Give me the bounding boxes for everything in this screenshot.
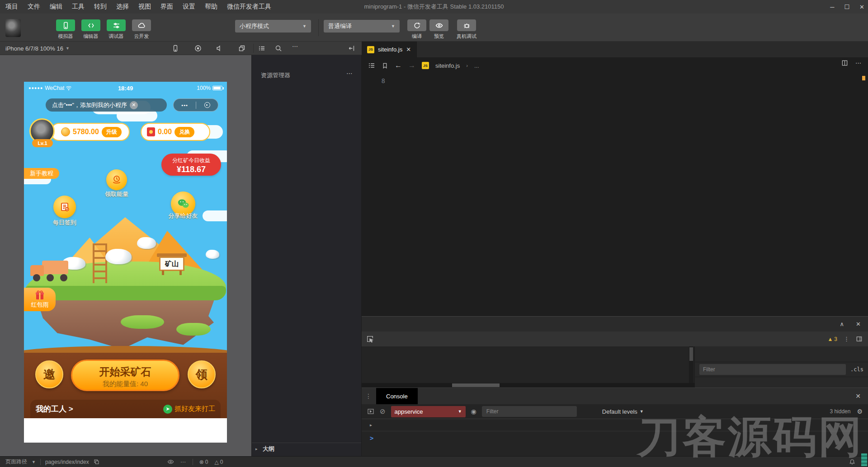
drag-grip-icon[interactable]: ⋮: [362, 392, 376, 400]
main-toolbar: 模拟器编辑器调试器云开发 小程序模式▼ 普通编译▼ 编译预览真机调试: [0, 14, 868, 42]
mode-button-编辑器[interactable]: 编辑器: [80, 19, 102, 40]
split-editor-icon[interactable]: [841, 60, 848, 66]
explorer-more-icon[interactable]: ⋯: [346, 70, 353, 77]
expand-arrow-icon[interactable]: ▶: [370, 423, 372, 427]
capsule-close-button[interactable]: [204, 102, 210, 108]
mode-button-模拟器[interactable]: 模拟器: [55, 19, 76, 40]
mode-select[interactable]: 小程序模式▼: [235, 20, 311, 33]
cash-pill[interactable]: 0.00 兑换: [141, 123, 210, 141]
status-bar: 页面路径 ▼ pages/index/index ⋯ ⊗0 △0: [0, 456, 868, 467]
more-icon[interactable]: ⋯: [292, 43, 298, 50]
gear-icon[interactable]: ⚙: [857, 408, 863, 415]
stop-record-icon[interactable]: [194, 45, 202, 52]
menu-item[interactable]: 编辑: [50, 3, 62, 11]
energy-button[interactable]: [106, 169, 127, 190]
tip-close-icon[interactable]: ✕: [130, 101, 138, 109]
rotate-device-icon[interactable]: [172, 45, 179, 52]
phone-bottom-section: 邀 开始采矿石 我的能量值: 40 领 我的工人 > ➤ 抓好友来打工: [24, 353, 227, 443]
back-icon[interactable]: ←: [395, 61, 402, 70]
dock-panel-icon[interactable]: [856, 336, 863, 342]
file-explorer: 资源管理器 ⋯ ▸ 大纲: [251, 55, 362, 456]
exchange-button[interactable]: 兑换: [175, 127, 194, 137]
signin-button[interactable]: [53, 196, 76, 218]
log-levels-select[interactable]: Default levels▼: [602, 408, 644, 415]
minimize-button[interactable]: ─: [830, 4, 834, 10]
menu-item[interactable]: 文件: [28, 3, 40, 11]
start-mining-button[interactable]: 开始采矿石 我的能量值: 40: [71, 360, 179, 391]
outline-list-icon[interactable]: [368, 62, 375, 69]
more-actions-icon[interactable]: ⋯: [855, 60, 862, 66]
screenshot-icon[interactable]: [238, 45, 245, 52]
tutorial-tag[interactable]: 新手教程: [24, 168, 59, 179]
console-log-row[interactable]: ▶: [362, 419, 868, 431]
invite-friends-cta[interactable]: ➤ 抓好友来打工: [163, 405, 215, 414]
action-button-真机调试[interactable]: 真机调试: [454, 19, 479, 40]
coin-icon: [61, 127, 70, 136]
wxml-tree-pane[interactable]: [362, 346, 694, 388]
menu-item[interactable]: 视图: [138, 3, 151, 11]
kebab-menu-icon[interactable]: ⋮: [844, 336, 849, 342]
share-arrow-icon: ➤: [163, 405, 172, 414]
console-filter-input[interactable]: [482, 406, 577, 417]
wxml-horizontal-scrollbar[interactable]: [362, 383, 694, 388]
dividend-revenue-badge[interactable]: 分红矿今日收益 ¥118.67: [161, 154, 221, 176]
console-close-icon[interactable]: ✕: [855, 392, 868, 400]
menu-item[interactable]: 界面: [160, 3, 173, 11]
clear-console-icon[interactable]: ⊘: [380, 407, 386, 416]
inspect-element-icon[interactable]: [366, 335, 374, 343]
mode-button-调试器[interactable]: 调试器: [105, 19, 127, 40]
upgrade-button[interactable]: 升级: [102, 127, 122, 137]
tab-siteinfo-js[interactable]: JS siteinfo.js ✕: [362, 42, 417, 57]
user-avatar[interactable]: [5, 19, 21, 37]
rock: [137, 237, 156, 249]
context-select[interactable]: appservice ▼: [391, 406, 466, 417]
battery-icon: [212, 86, 222, 90]
error-count[interactable]: ⊗0: [199, 459, 208, 465]
warning-count[interactable]: △0: [214, 459, 223, 465]
menu-item[interactable]: 选择: [116, 3, 129, 11]
tab-console[interactable]: Console: [376, 388, 418, 404]
action-button-预览[interactable]: 预览: [427, 19, 451, 40]
mute-icon[interactable]: [216, 45, 223, 52]
invite-button[interactable]: 邀: [35, 360, 63, 388]
copy-icon[interactable]: [94, 459, 99, 465]
outline-section[interactable]: ▸ 大纲: [252, 443, 361, 455]
collect-button[interactable]: 领: [188, 360, 216, 388]
compile-select[interactable]: 普通编译▼: [324, 20, 400, 33]
menu-item[interactable]: 微信开发者工具: [227, 3, 271, 11]
red-packet-rain-button[interactable]: 红包雨: [24, 288, 56, 311]
list-view-icon[interactable]: [258, 45, 265, 52]
menu-item[interactable]: 设置: [183, 3, 195, 11]
bell-icon[interactable]: [849, 459, 855, 465]
warning-badge[interactable]: ▲3: [827, 336, 837, 342]
collapse-panel-icon[interactable]: [348, 45, 355, 52]
breadcrumb[interactable]: siteinfo.js: [435, 62, 460, 69]
console-sidebar-icon[interactable]: [367, 408, 374, 415]
capsule-more-button[interactable]: •••: [181, 103, 188, 108]
maximize-button[interactable]: ☐: [844, 4, 849, 10]
wxml-vertical-scrollbar[interactable]: [689, 346, 693, 388]
coins-pill[interactable]: 5780.00 升级: [50, 123, 130, 141]
cls-toggle[interactable]: .cls: [850, 366, 863, 373]
console-prompt[interactable]: >: [370, 434, 373, 442]
page-path-label[interactable]: 页面路径: [5, 458, 27, 466]
close-tab-icon[interactable]: ✕: [406, 46, 411, 53]
mode-button-云开发[interactable]: 云开发: [131, 19, 152, 40]
close-button[interactable]: ✕: [859, 4, 864, 10]
eye-watch-icon[interactable]: ◉: [471, 408, 476, 415]
menu-item[interactable]: 帮助: [205, 3, 217, 11]
more-icon[interactable]: ⋯: [180, 459, 186, 465]
close-icon[interactable]: ✕: [856, 321, 861, 327]
styles-filter-input[interactable]: [699, 364, 846, 375]
menu-item[interactable]: 转到: [94, 3, 107, 11]
code-area[interactable]: 8: [362, 74, 868, 316]
collapse-icon[interactable]: ∧: [840, 321, 844, 327]
search-icon[interactable]: [275, 45, 282, 52]
eye-icon[interactable]: [167, 458, 174, 465]
bookmark-icon[interactable]: [382, 62, 388, 69]
device-selector[interactable]: iPhone 6/7/8 100% 16▼: [5, 42, 70, 55]
my-workers-row[interactable]: 我的工人 > ➤ 抓好友来打工: [30, 400, 221, 418]
action-button-编译[interactable]: 编译: [405, 19, 429, 40]
menu-item[interactable]: 工具: [72, 3, 85, 11]
menu-item[interactable]: 项目: [5, 3, 18, 11]
